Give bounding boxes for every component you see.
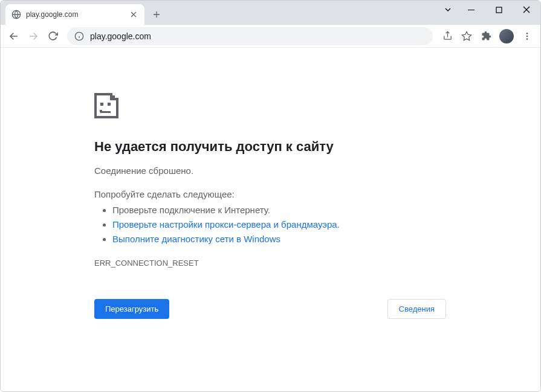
- window-controls: [439, 1, 540, 19]
- tab-title: play.google.com: [26, 10, 129, 19]
- network-diagnostics-link[interactable]: Выполните диагностику сети в Windows: [112, 234, 280, 244]
- list-item: Проверьте подключение к Интернету.: [112, 203, 540, 217]
- reload-button[interactable]: Перезагрузить: [94, 299, 169, 319]
- back-button[interactable]: [5, 28, 22, 45]
- toolbar: play.google.com: [1, 25, 540, 48]
- maximize-button[interactable]: [485, 1, 513, 19]
- list-item: Проверьте настройки прокси-сервера и бра…: [112, 217, 540, 232]
- svg-rect-20: [94, 93, 97, 118]
- svg-rect-31: [100, 110, 102, 112]
- tab-search-icon[interactable]: [439, 1, 457, 19]
- error-suggestions: Проверьте подключение к Интернету. Прове…: [94, 203, 540, 246]
- forward-button[interactable]: [25, 28, 42, 45]
- error-subtitle: Соединение сброшено.: [94, 165, 540, 176]
- details-button[interactable]: Сведения: [387, 299, 446, 319]
- error-code: ERR_CONNECTION_RESET: [94, 259, 540, 268]
- suggestion-text: Проверьте подключение к Интернету.: [112, 205, 270, 215]
- error-try-label: Попробуйте сделать следующее:: [94, 189, 540, 199]
- svg-marker-16: [462, 31, 471, 40]
- extensions-icon[interactable]: [478, 28, 494, 45]
- close-tab-icon[interactable]: [129, 10, 138, 19]
- error-heading: Не удается получить доступ к сайту: [94, 139, 540, 155]
- svg-point-18: [526, 35, 528, 37]
- svg-rect-29: [108, 103, 111, 106]
- proxy-settings-link[interactable]: Проверьте настройки прокси-сервера и бра…: [112, 219, 337, 230]
- suggestion-suffix: .: [337, 219, 340, 230]
- svg-rect-27: [115, 98, 117, 100]
- address-bar-text: play.google.com: [90, 31, 426, 41]
- svg-rect-23: [94, 93, 112, 95]
- profile-avatar[interactable]: [499, 29, 514, 43]
- svg-point-19: [526, 38, 528, 40]
- new-tab-button[interactable]: [148, 6, 165, 23]
- reload-button[interactable]: [44, 28, 61, 45]
- svg-rect-7: [496, 7, 502, 13]
- button-row: Перезагрузить Сведения: [94, 299, 446, 319]
- minimize-button[interactable]: [457, 1, 485, 19]
- svg-point-17: [526, 33, 528, 34]
- svg-rect-28: [100, 103, 103, 106]
- list-item: Выполните диагностику сети в Windows: [112, 232, 540, 246]
- svg-rect-21: [94, 116, 118, 118]
- titlebar: play.google.com: [1, 1, 540, 25]
- globe-icon: [11, 10, 21, 19]
- address-bar[interactable]: play.google.com: [67, 27, 433, 45]
- svg-rect-26: [112, 95, 115, 98]
- svg-rect-22: [116, 99, 118, 118]
- close-window-button[interactable]: [513, 1, 540, 19]
- sad-page-icon: [94, 93, 540, 121]
- share-icon[interactable]: [439, 28, 456, 45]
- menu-icon[interactable]: [519, 28, 536, 45]
- info-icon[interactable]: [74, 31, 84, 41]
- bookmark-star-icon[interactable]: [458, 28, 475, 45]
- page-content: Не удается получить доступ к сайту Соеди…: [1, 48, 540, 391]
- browser-tab[interactable]: play.google.com: [5, 4, 144, 25]
